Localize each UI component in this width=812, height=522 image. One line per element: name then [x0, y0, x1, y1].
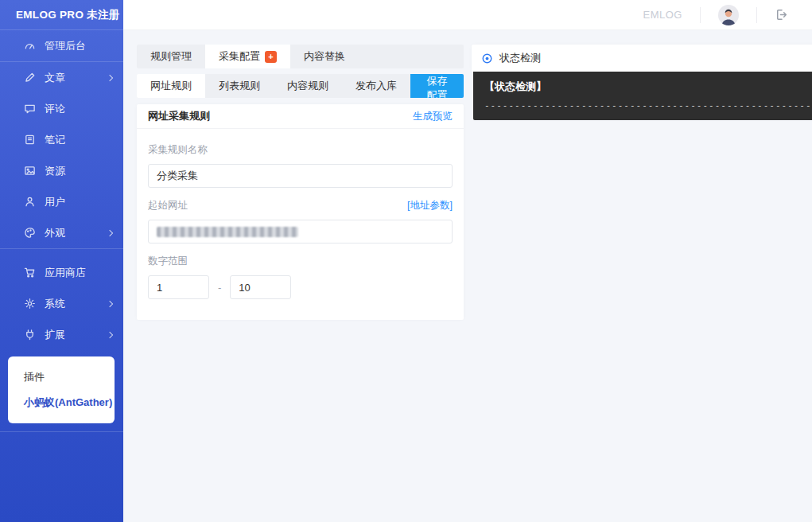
- notebook-icon: [24, 134, 36, 146]
- dashboard-icon: [24, 40, 36, 52]
- tab-label: 内容规则: [287, 79, 328, 93]
- sidebar-item-notes[interactable]: 笔记: [0, 124, 123, 155]
- submenu-item-plugins[interactable]: 插件: [8, 364, 115, 390]
- user-avatar[interactable]: [701, 5, 756, 25]
- sidebar-item-dashboard[interactable]: 管理后台: [0, 30, 123, 61]
- chevron-right-icon: [107, 331, 113, 337]
- console-dashed-line: ----------------------------------------…: [484, 100, 812, 111]
- save-config-button[interactable]: 保存配置: [410, 74, 464, 98]
- generate-preview-link[interactable]: 生成预览: [413, 110, 453, 123]
- tab-rule-management[interactable]: 规则管理: [137, 45, 205, 68]
- image-icon: [24, 165, 36, 177]
- number-range-label: 数字范围: [148, 255, 453, 268]
- status-title: 状态检测: [499, 51, 541, 65]
- tab-label: 列表规则: [219, 79, 260, 93]
- start-url-input[interactable]: [148, 220, 453, 243]
- url-params-link[interactable]: [地址参数]: [407, 199, 453, 212]
- sidebar-item-label: 管理后台: [45, 39, 86, 53]
- submenu-item-antgather[interactable]: 小蚂蚁(AntGather): [8, 390, 115, 415]
- card-header: 网址采集规则 生成预览: [137, 104, 464, 129]
- avatar-image: [718, 5, 739, 25]
- tab-label: 网址规则: [150, 79, 192, 93]
- tab-collect-config[interactable]: 采集配置 +: [205, 45, 290, 68]
- cart-icon: [24, 267, 36, 279]
- console-title: 【状态检测】: [484, 80, 812, 94]
- user-icon: [24, 196, 36, 208]
- sidebar-item-resources[interactable]: 资源: [0, 155, 123, 186]
- sidebar-item-label: 系统: [45, 297, 65, 311]
- brand-title: EMLOG PRO 未注册: [0, 0, 123, 30]
- redacted-url-value: [157, 227, 298, 237]
- main-content: 规则管理 采集配置 + 内容替换 网址规则 列表规则 内容规则 发布入库: [123, 30, 812, 522]
- logout-icon: [775, 8, 788, 21]
- tab-label: 发布入库: [355, 79, 397, 93]
- comment-icon: [24, 103, 36, 115]
- chevron-right-icon: [107, 300, 113, 306]
- pencil-icon: [24, 72, 36, 84]
- sidebar-item-users[interactable]: 用户: [0, 186, 123, 217]
- sidebar-item-system[interactable]: 系统: [0, 288, 123, 319]
- rule-name-input[interactable]: [148, 164, 453, 188]
- rule-name-label: 采集规则名称: [148, 143, 453, 157]
- status-panel: 状态检测 【状态检测】 ----------------------------…: [472, 45, 812, 120]
- status-header: 状态检测: [472, 45, 812, 72]
- tab-content-replace[interactable]: 内容替换: [290, 45, 359, 68]
- url-rule-card: 网址采集规则 生成预览 采集规则名称 起始网址 [地址参数] 数字范围: [137, 104, 464, 320]
- start-url-label-row: 起始网址 [地址参数]: [148, 199, 453, 212]
- card-body: 采集规则名称 起始网址 [地址参数] 数字范围 -: [137, 129, 464, 320]
- range-from-input[interactable]: [148, 275, 209, 299]
- range-separator: -: [218, 282, 221, 294]
- field-label-text: 数字范围: [148, 255, 188, 268]
- palette-icon: [24, 227, 36, 239]
- primary-tabs: 规则管理 采集配置 + 内容替换: [137, 45, 464, 68]
- sidebar-item-label: 扩展: [45, 328, 65, 342]
- sidebar: EMLOG PRO 未注册 管理后台 文章 评论 笔记: [0, 0, 123, 522]
- bullseye-icon: [481, 53, 493, 64]
- tab-label: 规则管理: [150, 49, 192, 64]
- plug-icon: [24, 329, 36, 341]
- secondary-tabs: 网址规则 列表规则 内容规则 发布入库 保存配置: [137, 74, 464, 98]
- sidebar-item-label: 资源: [45, 164, 65, 178]
- logout-button[interactable]: [757, 8, 799, 21]
- sidebar-item-label: 应用商店: [45, 266, 86, 280]
- tab-content-rules[interactable]: 内容规则: [274, 74, 342, 98]
- sidebar-item-label: 评论: [45, 102, 65, 116]
- sidebar-item-appearance[interactable]: 外观: [0, 217, 123, 248]
- field-label-text: 起始网址: [148, 199, 188, 212]
- status-console: 【状态检测】 ---------------------------------…: [473, 72, 812, 120]
- add-badge: +: [265, 51, 277, 63]
- sidebar-item-label: 外观: [45, 226, 65, 240]
- tab-publish[interactable]: 发布入库: [342, 74, 410, 98]
- sidebar-item-comments[interactable]: 评论: [0, 93, 123, 124]
- collector-panel: 规则管理 采集配置 + 内容替换 网址规则 列表规则 内容规则 发布入库: [137, 45, 464, 320]
- site-home-link[interactable]: EMLOG: [626, 9, 700, 21]
- spacer: [0, 249, 123, 257]
- chevron-right-icon: [107, 229, 113, 236]
- tab-url-rules[interactable]: 网址规则: [137, 74, 205, 98]
- extensions-submenu: 插件 小蚂蚁(AntGather): [8, 356, 115, 423]
- topbar: EMLOG: [123, 0, 812, 30]
- tab-label: 内容替换: [304, 49, 345, 64]
- chevron-right-icon: [107, 74, 113, 80]
- sidebar-item-label: 用户: [45, 195, 65, 209]
- sidebar-item-label: 文章: [45, 71, 65, 85]
- card-title: 网址采集规则: [148, 109, 210, 123]
- sidebar-item-label: 笔记: [45, 133, 65, 147]
- sidebar-divider: [0, 431, 123, 432]
- tab-list-rules[interactable]: 列表规则: [205, 74, 274, 98]
- gear-icon: [24, 298, 36, 310]
- sidebar-item-articles[interactable]: 文章: [0, 62, 123, 93]
- sidebar-item-extensions[interactable]: 扩展: [0, 319, 123, 350]
- field-label-text: 采集规则名称: [148, 143, 208, 157]
- sidebar-item-app-store[interactable]: 应用商店: [0, 257, 123, 288]
- number-range-row: -: [148, 275, 453, 299]
- tab-label: 采集配置: [219, 49, 260, 64]
- range-to-input[interactable]: [230, 275, 291, 299]
